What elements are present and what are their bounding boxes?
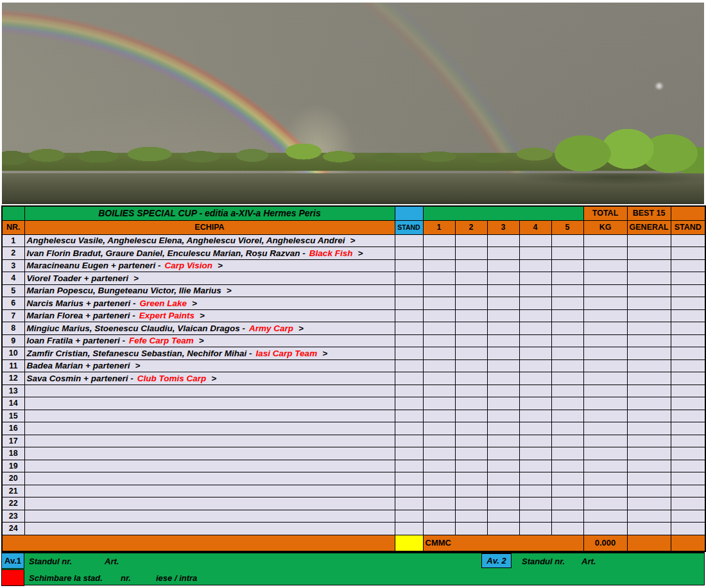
best15-cell[interactable] [627,385,671,397]
session-2-cell[interactable] [455,510,487,523]
stand-cell[interactable] [395,447,423,460]
team-cell[interactable]: Zamfir Cristian, Stefanescu Sebastian, N… [24,347,395,360]
stand-right-cell[interactable] [671,385,705,397]
session-3-cell[interactable] [487,385,519,397]
total-kg-cell[interactable] [583,297,627,310]
session-5-cell[interactable] [551,322,583,335]
stand-right-cell[interactable] [671,347,705,360]
total-kg-cell[interactable] [583,372,627,385]
session-4-cell[interactable] [519,334,551,347]
session-4-cell[interactable] [519,372,551,385]
change-marker-box[interactable] [1,569,24,586]
row-number[interactable]: 9 [2,334,24,347]
row-number[interactable]: 24 [2,523,24,535]
session-1-cell[interactable] [423,435,455,447]
session-1-cell[interactable] [423,410,455,422]
session-1-cell[interactable] [423,272,455,285]
session-4-cell[interactable] [519,322,551,335]
session-1-cell[interactable] [423,523,455,535]
total-kg-cell[interactable] [583,397,627,410]
stand-right-cell[interactable] [671,272,705,285]
session-2-cell[interactable] [455,259,487,272]
row-number[interactable]: 18 [2,447,24,460]
session-4-cell[interactable] [519,297,551,310]
session-5-cell[interactable] [551,397,583,410]
session-3-cell[interactable] [487,309,519,322]
session-2-cell[interactable] [455,297,487,310]
stand-cell[interactable] [395,334,423,347]
session-5-header[interactable]: 5 [551,220,583,234]
team-cell[interactable]: Sava Cosmin + parteneri -Club Tomis Carp… [24,372,395,385]
total-kg-cell[interactable] [583,284,627,297]
team-cell[interactable]: Ioan Fratila + parteneri -Fefe Carp Team… [24,334,395,347]
team-cell[interactable] [24,435,395,447]
stand-cell[interactable] [395,435,423,447]
session-2-cell[interactable] [455,372,487,385]
stand-right-cell[interactable] [671,372,705,385]
session-4-cell[interactable] [519,435,551,447]
team-cell[interactable] [24,523,395,535]
av1-badge[interactable]: Av.1 [1,553,24,569]
session-4-cell[interactable] [519,523,551,535]
best15-cell[interactable] [627,334,671,347]
total-kg-cell[interactable] [583,322,627,335]
best15-cell[interactable] [627,410,671,422]
stand-cell[interactable] [395,359,423,372]
session-2-cell[interactable] [455,447,487,460]
session-4-cell[interactable] [519,347,551,360]
session-2-cell[interactable] [455,397,487,410]
best15-cell[interactable] [627,397,671,410]
stand-cell[interactable] [395,309,423,322]
stand-right-header-top-cell[interactable] [671,206,705,220]
stand-cell[interactable] [395,460,423,472]
best15-general-header[interactable]: GENERAL [627,220,671,234]
session-4-cell[interactable] [519,422,551,435]
session-4-cell[interactable] [519,460,551,472]
session-2-cell[interactable] [455,435,487,447]
session-5-cell[interactable] [551,485,583,497]
session-1-cell[interactable] [423,309,455,322]
best15-total-cell[interactable] [627,535,671,551]
session-3-cell[interactable] [487,397,519,410]
total-kg-cell[interactable] [583,422,627,435]
total-kg-cell[interactable] [583,497,627,510]
session-5-cell[interactable] [551,297,583,310]
echipa-column-header[interactable]: ECHIPA [24,220,395,234]
stand-right-cell[interactable] [671,259,705,272]
competition-title[interactable]: BOILIES SPECIAL CUP - editia a-XIV-a Her… [24,206,395,220]
session-2-cell[interactable] [455,309,487,322]
stand-total-cell[interactable] [671,535,705,551]
row-number[interactable]: 6 [2,297,24,310]
stand-cell[interactable] [395,523,423,535]
av2-badge[interactable]: Av. 2 [481,553,512,568]
session-2-cell[interactable] [455,284,487,297]
team-cell[interactable]: Ivan Florin Bradut, Graure Daniel, Encul… [24,247,395,260]
stand-cell[interactable] [395,347,423,360]
session-3-cell[interactable] [487,472,519,485]
session-1-cell[interactable] [423,385,455,397]
session-2-cell[interactable] [455,485,487,497]
best15-cell[interactable] [627,322,671,335]
session-4-header[interactable]: 4 [519,220,551,234]
stand-right-cell[interactable] [671,523,705,535]
best15-cell[interactable] [627,247,671,260]
row-number[interactable]: 1 [2,234,24,247]
session-5-cell[interactable] [551,460,583,472]
stand-right-cell[interactable] [671,322,705,335]
session-3-cell[interactable] [487,497,519,510]
total-kg-cell[interactable] [583,247,627,260]
session-5-cell[interactable] [551,523,583,535]
row-number[interactable]: 11 [2,359,24,372]
session-3-cell[interactable] [487,372,519,385]
session-2-cell[interactable] [455,347,487,360]
stand-cell[interactable] [395,485,423,497]
session-3-cell[interactable] [487,435,519,447]
team-cell[interactable] [24,397,395,410]
stand-right-column-header[interactable]: STAND [671,220,705,234]
session-3-cell[interactable] [487,284,519,297]
team-cell[interactable]: Narcis Marius + parteneri -Green Lake> [24,297,395,310]
session-5-cell[interactable] [551,372,583,385]
best15-cell[interactable] [627,485,671,497]
stand-right-cell[interactable] [671,422,705,435]
session-3-cell[interactable] [487,247,519,260]
